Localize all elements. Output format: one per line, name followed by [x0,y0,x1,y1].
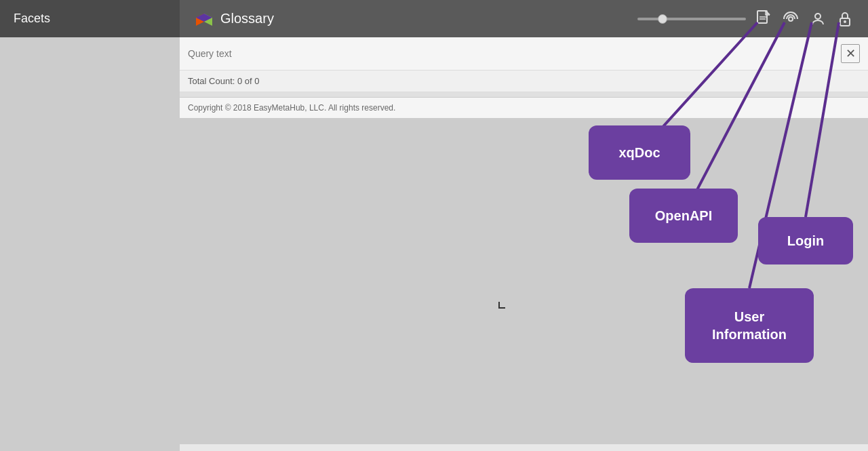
sidebar [0,37,180,451]
progress-bar [180,92,868,98]
fingerprint-icon[interactable] [781,9,800,28]
app-title: Glossary [220,11,274,26]
count-row: Total Count: 0 of 0 [180,71,868,92]
glossary-logo: Glossary [193,8,274,30]
content-area [180,119,868,444]
header-right-panel: Glossary [180,8,868,30]
logo-cube-icon [193,8,215,30]
zoom-slider[interactable] [637,18,746,20]
lock-icon[interactable] [835,9,854,28]
header-controls [637,9,854,28]
user-icon[interactable] [808,9,827,28]
document-icon[interactable] [754,9,773,28]
svg-point-6 [789,17,793,21]
query-row: ✕ [180,37,868,71]
header-left-panel: Facets [0,0,180,37]
header: Facets Glossary [0,0,868,37]
query-input[interactable] [188,48,841,59]
mouse-cursor [498,302,505,309]
close-button[interactable]: ✕ [841,44,860,63]
query-panel: ✕ Total Count: 0 of 0 Copyright © 2018 E… [180,37,868,119]
main-content: ✕ Total Count: 0 of 0 Copyright © 2018 E… [180,37,868,451]
copyright-row: Copyright © 2018 EasyMetaHub, LLC. All r… [180,98,868,118]
facets-title: Facets [14,12,50,26]
svg-point-7 [815,14,821,19]
svg-point-9 [844,20,846,23]
